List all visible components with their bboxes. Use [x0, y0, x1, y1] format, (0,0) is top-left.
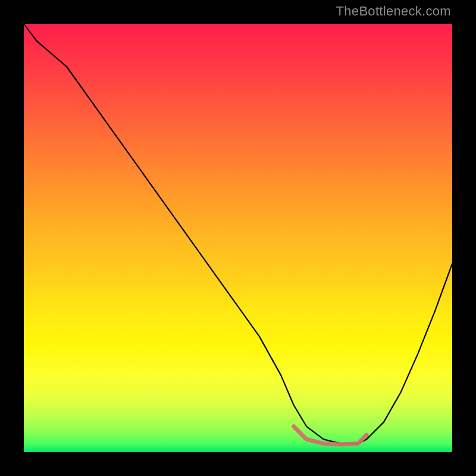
emphasis-segment — [294, 427, 367, 444]
plot-area — [24, 24, 452, 452]
curve-layer — [24, 24, 452, 452]
watermark-text: TheBottleneck.com — [336, 4, 451, 19]
chart-frame: TheBottleneck.com — [0, 0, 476, 476]
bottleneck-curve — [24, 24, 452, 444]
